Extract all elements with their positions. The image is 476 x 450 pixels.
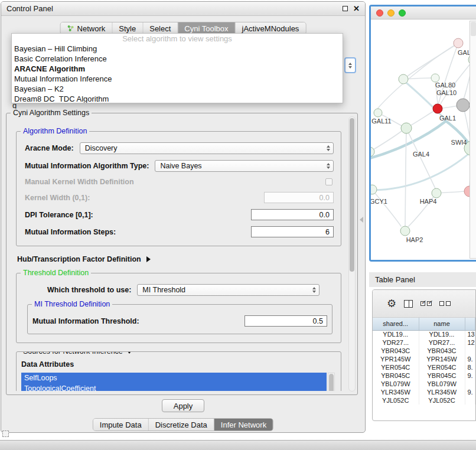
algorithm-option[interactable]: Dream8 DC_TDC Algorithm: [12, 94, 343, 103]
attributes-scrollbar[interactable]: [328, 373, 335, 391]
network-node[interactable]: [432, 188, 441, 198]
panel-splitter-handle[interactable]: [360, 217, 363, 223]
aracne-mode-value: Discovery: [85, 144, 118, 152]
threshold-definition-title: Threshold Definition: [21, 269, 91, 277]
tab-discretize-data[interactable]: Discretize Data: [149, 419, 214, 431]
apply-button[interactable]: Apply: [162, 399, 204, 412]
network-view-window: GALGAL80GAL10GAL11GAL1SWI4GAL4GCY1HAP4HA…: [369, 5, 476, 262]
network-node[interactable]: [401, 123, 412, 133]
hub-definition-label: Hub/Transcription Factor Definition: [17, 255, 141, 263]
attributes-scrollbar-thumb[interactable]: [329, 374, 334, 391]
algorithm-option[interactable]: Mutual Information Inference: [12, 74, 343, 84]
mi-threshold-input[interactable]: [244, 315, 327, 327]
float-window-button[interactable]: [343, 6, 348, 11]
chevron-updown-icon: [327, 145, 330, 151]
close-window-button[interactable]: ✕: [353, 5, 360, 12]
chevron-up-icon: [348, 63, 352, 65]
algorithm-option[interactable]: Bayesian – K2: [12, 84, 343, 94]
attribute-item[interactable]: TopologicalCoefficient: [21, 383, 327, 391]
tab-select[interactable]: Select: [143, 22, 178, 34]
table-cell: YJL052C: [419, 396, 465, 405]
network-node[interactable]: [433, 104, 442, 113]
table-cell: YBL079W: [419, 380, 465, 388]
palette-icon[interactable]: [2, 431, 9, 437]
network-graph[interactable]: GALGAL80GAL10GAL11GAL1SWI4GAL4GCY1HAP4HA…: [371, 19, 476, 260]
table-cell: YDL19...: [419, 330, 465, 338]
table-panel-window: ⚙ shared... name YDL19...YDL19...13YDR27…: [372, 289, 476, 421]
minimize-traffic-light[interactable]: [387, 9, 395, 17]
table-cell: YER054C: [373, 363, 419, 371]
network-node[interactable]: [399, 74, 408, 84]
deselect-all-icon[interactable]: [439, 301, 451, 306]
manual-kernel-checkbox[interactable]: [325, 178, 332, 185]
zoom-traffic-light[interactable]: [399, 9, 406, 17]
column-header-name[interactable]: name: [419, 318, 465, 330]
sources-group-title[interactable]: Sources for Network Inference: [21, 351, 135, 356]
table-row[interactable]: YER054CYER054C8.: [373, 363, 475, 371]
column-header-shared-name[interactable]: shared...: [373, 318, 419, 330]
tab-jactivemnodules[interactable]: jActiveMNodules: [236, 22, 306, 34]
table-row[interactable]: YLR345WYLR345W9.: [373, 388, 475, 396]
network-edge[interactable]: [405, 128, 406, 226]
table-cell: [465, 347, 475, 355]
table-row[interactable]: YBR045CYBR045C9.: [373, 371, 475, 380]
chevron-updown-icon: [327, 163, 330, 169]
mi-type-label: Mutual Information Algorithm Type:: [25, 162, 149, 170]
network-node[interactable]: [400, 226, 410, 236]
network-node-label: HAP4: [420, 198, 437, 205]
tab-network[interactable]: Network: [61, 22, 113, 34]
network-scrollbar-thumb[interactable]: [471, 22, 476, 36]
algorithm-combo-fragment[interactable]: [344, 57, 356, 73]
tab-style[interactable]: Style: [112, 22, 143, 34]
kernel-width-input[interactable]: [264, 192, 334, 203]
table-row[interactable]: YDR27...YDR27...12: [373, 338, 475, 347]
columns-icon[interactable]: [404, 300, 413, 308]
close-traffic-light[interactable]: [376, 9, 383, 17]
mi-type-select[interactable]: Naive Bayes: [155, 160, 334, 172]
cyni-settings-group: Cyni Algorithm Settings Algorithm Defini…: [6, 113, 358, 395]
tab-impute-data[interactable]: Impute Data: [93, 419, 149, 431]
table-row[interactable]: YDL19...YDL19...13: [373, 330, 475, 338]
dpi-tolerance-input[interactable]: [251, 209, 334, 220]
attribute-item[interactable]: SelfLoops: [21, 373, 327, 383]
hub-definition-toggle[interactable]: Hub/Transcription Factor Definition: [17, 255, 346, 263]
table-row[interactable]: YBL079WYBL079W: [373, 380, 475, 388]
network-node[interactable]: [454, 38, 463, 48]
network-node[interactable]: [371, 185, 377, 194]
network-node[interactable]: [374, 109, 382, 117]
table-cell: 9.: [465, 355, 475, 363]
network-canvas[interactable]: GALGAL80GAL10GAL11GAL1SWI4GAL4GCY1HAP4HA…: [371, 19, 476, 260]
control-panel-titlebar[interactable]: Control Panel ✕: [1, 2, 365, 16]
network-node[interactable]: [431, 74, 439, 82]
table-row[interactable]: YJL052CYJL052C: [373, 396, 475, 405]
network-edge[interactable]: [372, 190, 401, 226]
table-row[interactable]: YBR043CYBR043C: [373, 347, 475, 355]
aracne-mode-select[interactable]: Discovery: [80, 142, 334, 154]
collapse-arrow-icon: [126, 351, 132, 354]
settings-scrollbar[interactable]: [348, 116, 356, 392]
algorithm-option[interactable]: Basic Correlation Inference: [12, 54, 343, 64]
algorithm-list: Bayesian – Hill ClimbingBasic Correlatio…: [12, 44, 343, 103]
table-cell: YLR345W: [373, 388, 419, 396]
which-threshold-select[interactable]: MI Threshold: [137, 284, 319, 296]
table-panel-title: Table Panel: [375, 275, 415, 284]
tab-label: Discretize Data: [155, 420, 207, 429]
algorithm-option[interactable]: Bayesian – Hill Climbing: [12, 44, 343, 54]
table-cell: [465, 380, 475, 388]
algorithm-option[interactable]: ARACNE Algorithm: [12, 64, 343, 74]
table-row[interactable]: YPR145WYPR145W9.: [373, 355, 475, 363]
column-header-clipped[interactable]: [465, 318, 475, 330]
network-node[interactable]: [457, 99, 470, 112]
network-edge[interactable]: [378, 43, 458, 108]
tab-cyni-toolbox[interactable]: Cyni Toolbox: [178, 22, 235, 34]
select-all-icon[interactable]: [420, 301, 432, 306]
network-node-label: GAL11: [371, 118, 391, 125]
network-window-titlebar[interactable]: [371, 6, 476, 19]
network-node[interactable]: [371, 147, 374, 156]
gear-icon[interactable]: ⚙: [387, 298, 396, 309]
network-scrollbar[interactable]: [470, 21, 476, 259]
table-cell: [465, 396, 475, 405]
settings-scrollbar-thumb[interactable]: [350, 118, 354, 272]
mi-steps-input[interactable]: [251, 226, 334, 237]
tab-infer-network[interactable]: Infer Network: [214, 419, 273, 431]
